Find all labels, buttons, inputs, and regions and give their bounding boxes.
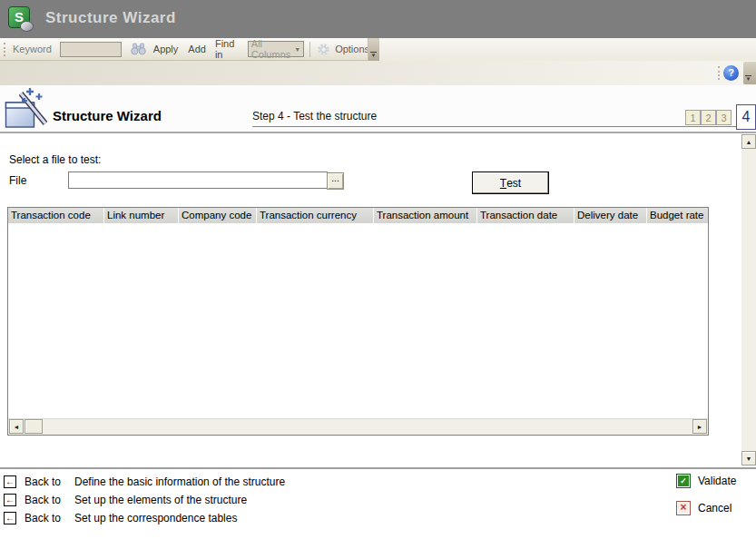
- step-indicator-3[interactable]: 3: [716, 110, 731, 125]
- apply-button[interactable]: Apply: [153, 44, 179, 54]
- vertical-scrollbar[interactable]: [741, 134, 756, 466]
- chevron-down-icon: ▼: [294, 46, 300, 53]
- wizard-wand-icon: [5, 87, 50, 132]
- search-toolbar: Keyword Apply Add Find in All Columns ▼: [0, 38, 379, 61]
- scroll-right-button[interactable]: ►: [692, 419, 707, 434]
- back-link-label: Set up the correspondence tables: [74, 512, 237, 524]
- validate-check-icon: ✓: [676, 474, 691, 488]
- horizontal-scrollbar[interactable]: ◄ ►: [8, 418, 708, 435]
- cross-glyph: ×: [678, 503, 689, 514]
- test-button-mnemonic: T: [500, 177, 506, 190]
- overflow-chevron-icon: ▼: [745, 75, 751, 82]
- mouse-icon: [20, 21, 34, 32]
- gear-icon: [317, 43, 330, 56]
- back-link-elements[interactable]: ← Back to Set up the elements of the str…: [4, 493, 247, 507]
- table-body-empty: [8, 223, 708, 419]
- back-prefix: Back to: [25, 512, 66, 524]
- cancel-button[interactable]: × Cancel: [676, 501, 731, 515]
- step-indicator-1[interactable]: 1: [685, 110, 701, 125]
- back-link-label: Set up the elements of the structure: [74, 494, 247, 506]
- binoculars-icon: [131, 43, 146, 55]
- step-title-underline: [252, 126, 756, 127]
- back-prefix: Back to: [25, 475, 66, 488]
- app-icon: S: [8, 6, 34, 32]
- file-input[interactable]: [68, 172, 328, 189]
- columns-dropdown[interactable]: All Columns ▼: [248, 41, 304, 57]
- step-title: Step 4 - Test the structure: [252, 110, 377, 122]
- validate-button[interactable]: ✓ Validate: [676, 474, 736, 488]
- column-header-budget-rate[interactable]: Budget rate: [647, 208, 708, 223]
- footer-bar: ← Back to Define the basic information o…: [0, 467, 756, 539]
- column-header-link-number[interactable]: Link number: [104, 208, 179, 223]
- scroll-up-button[interactable]: ▲: [741, 134, 756, 149]
- add-button[interactable]: Add: [188, 44, 206, 54]
- keyword-input[interactable]: [60, 42, 122, 57]
- help-icon[interactable]: ?: [723, 65, 739, 81]
- browse-button[interactable]: ...: [327, 172, 344, 190]
- column-header-company-code[interactable]: Company code: [179, 208, 257, 223]
- step-indicator-4-active[interactable]: 4: [736, 104, 756, 130]
- keyword-label: Keyword: [13, 44, 52, 54]
- validate-label: Validate: [698, 475, 736, 487]
- results-table: Transaction code Link number Company cod…: [7, 207, 709, 436]
- back-link-correspondence-tables[interactable]: ← Back to Set up the correspondence tabl…: [4, 511, 237, 525]
- scroll-left-button[interactable]: ◄: [9, 419, 24, 434]
- cancel-x-icon: ×: [676, 501, 691, 515]
- title-bar: S Structure Wizard: [0, 0, 756, 38]
- column-header-transaction-date[interactable]: Transaction date: [477, 208, 574, 223]
- cancel-label: Cancel: [698, 502, 731, 514]
- column-header-transaction-currency[interactable]: Transaction currency: [257, 208, 374, 223]
- back-link-label: Define the basic information of the stru…: [74, 475, 285, 488]
- toolbar-overflow-button[interactable]: ▼: [368, 38, 379, 61]
- back-link-basic-information[interactable]: ← Back to Define the basic information o…: [4, 475, 285, 489]
- test-button[interactable]: Test: [472, 172, 549, 194]
- structure-wizard-window: S Structure Wizard Keyword Apply Add Fin…: [0, 0, 756, 539]
- toolbar-overflow-button[interactable]: ▼: [743, 62, 756, 84]
- help-toolbar: [0, 61, 756, 85]
- options-label: Options: [335, 44, 369, 54]
- toolbar-grip[interactable]: [718, 66, 720, 80]
- test-button-label: est: [506, 177, 521, 190]
- toolbar-separator: [309, 42, 310, 57]
- file-label: File: [9, 174, 26, 187]
- columns-dropdown-value: All Columns: [251, 38, 294, 60]
- window-title: Structure Wizard: [45, 9, 176, 27]
- table-header-row: Transaction code Link number Company cod…: [8, 208, 708, 224]
- check-glyph: ✓: [678, 475, 689, 486]
- back-arrow-icon[interactable]: ←: [4, 475, 16, 488]
- toolbar-filler: [379, 38, 756, 61]
- scroll-down-button[interactable]: ▼: [741, 451, 756, 466]
- column-header-transaction-code[interactable]: Transaction code: [8, 208, 104, 223]
- column-header-delivery-date[interactable]: Delivery date: [574, 208, 647, 223]
- instruction-text: Select a file to test:: [9, 153, 101, 166]
- find-in-label: Find in: [215, 38, 242, 60]
- back-prefix: Back to: [25, 494, 66, 506]
- wizard-title: Structure Wizard: [53, 108, 162, 123]
- back-arrow-icon[interactable]: ←: [4, 512, 16, 524]
- overflow-chevron-icon: ▼: [370, 52, 377, 58]
- back-arrow-icon[interactable]: ←: [4, 494, 16, 506]
- step-indicator-2[interactable]: 2: [701, 110, 716, 125]
- toolbar-grip[interactable]: [4, 43, 5, 56]
- wizard-header: Structure Wizard Step 4 - Test the struc…: [0, 85, 756, 133]
- column-header-transaction-amount[interactable]: Transaction amount: [374, 208, 477, 223]
- horizontal-scroll-thumb[interactable]: [25, 419, 43, 434]
